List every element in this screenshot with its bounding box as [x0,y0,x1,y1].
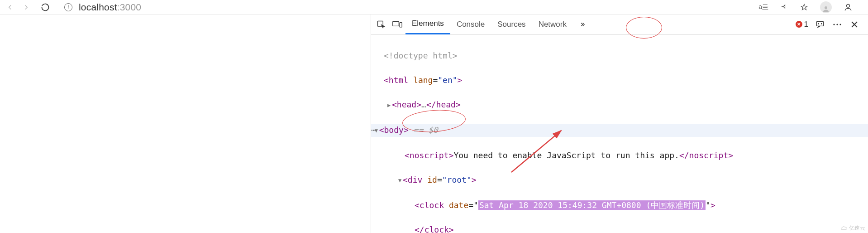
refresh-button[interactable] [37,1,53,14]
error-count: 1 [804,20,808,29]
page-viewport[interactable] [0,15,371,233]
collapse-caret-icon[interactable]: ▼ [398,175,403,187]
doctype-node[interactable]: <!doctype html> [384,51,458,60]
forward-button[interactable] [18,1,34,14]
clock-node[interactable]: <clock date="Sat Apr 18 2020 15:49:32 GM… [415,200,715,210]
svg-rect-4 [400,22,402,27]
favorites-icon[interactable] [800,3,808,11]
svg-point-0 [825,6,827,9]
error-icon: ✕ [796,21,802,28]
read-aloud-icon[interactable] [780,3,788,11]
tab-elements[interactable]: Elements [405,15,450,34]
inspect-element-icon[interactable] [373,16,389,33]
tabs-overflow-icon[interactable] [576,16,592,33]
site-info-icon[interactable]: i [64,3,72,11]
head-node[interactable]: <head>…</head> [392,100,461,109]
html-open[interactable]: <html lang="en"> [384,75,462,85]
svg-point-8 [833,24,835,25]
back-button[interactable] [2,1,18,14]
feedback-icon[interactable] [815,16,825,33]
svg-point-9 [836,24,838,25]
close-devtools-icon[interactable] [849,16,860,33]
error-count-badge[interactable]: ✕ 1 [796,20,808,29]
url-text: localhost:3000 [79,2,141,13]
noscript-node[interactable]: <noscript>You need to enable JavaScript … [405,150,733,160]
settings-icon[interactable] [832,16,843,33]
svg-rect-3 [393,21,399,26]
tab-sources[interactable]: Sources [491,15,532,34]
svg-point-7 [821,23,822,24]
elements-tree[interactable]: <!doctype html> <html lang="en"> ▶<head>… [371,34,868,233]
toolbar-right: a亖 [758,1,853,13]
svg-point-10 [839,24,841,25]
browser-toolbar: i localhost:3000 a亖 [0,0,868,15]
avatar-icon[interactable] [820,1,832,13]
svg-point-1 [847,4,850,7]
clock-close-node[interactable]: </clock> [415,225,454,233]
clock-date-value[interactable]: Sat Apr 18 2020 15:49:32 GMT+0800 (中国标准时… [478,200,706,210]
profile-switcher-icon[interactable] [844,3,853,12]
devtools-panel: Elements Console Sources Network ✕ 1 [371,15,868,233]
body-node[interactable]: <body> == $0 [379,125,438,135]
watermark: 亿速云 [840,224,865,232]
svg-rect-5 [817,21,824,26]
tab-console[interactable]: Console [450,15,491,34]
address-bar[interactable]: i localhost:3000 [64,2,141,13]
devtools-tabbar: Elements Console Sources Network ✕ 1 [371,15,868,34]
div-root-node[interactable]: <div id="root"> [403,175,477,184]
device-toolbar-icon[interactable] [389,16,405,33]
tab-network[interactable]: Network [532,15,573,34]
expand-caret-icon[interactable]: ▶ [387,99,392,112]
svg-point-6 [818,23,819,24]
translate-icon[interactable]: a亖 [758,3,768,11]
collapse-caret-icon[interactable]: ▼ [375,125,379,137]
